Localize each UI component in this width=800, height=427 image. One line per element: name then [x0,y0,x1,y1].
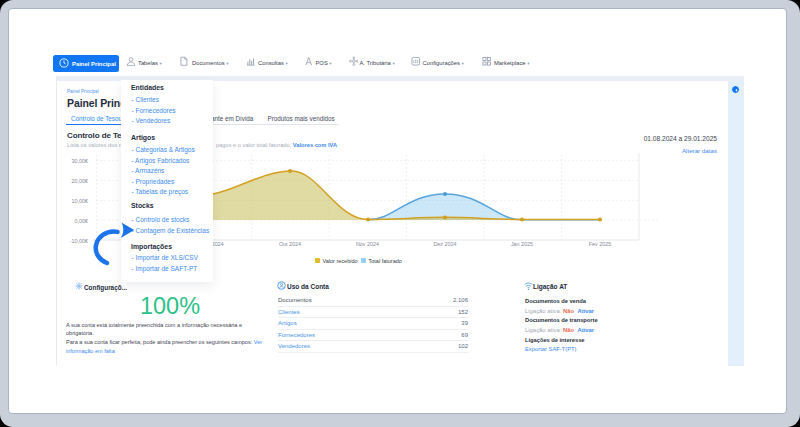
svg-text:10,00€: 10,00€ [72,198,89,204]
svg-text:30,00€: 30,00€ [72,158,89,164]
svg-text:Fev 2025: Fev 2025 [589,241,611,247]
svg-text:Out 2024: Out 2024 [279,241,301,247]
svg-text:Nov 2024: Nov 2024 [356,241,379,247]
svg-text:Dez 2024: Dez 2024 [433,241,456,247]
svg-text:20,00€: 20,00€ [72,178,89,184]
svg-text:Jan 2025: Jan 2025 [511,241,533,247]
